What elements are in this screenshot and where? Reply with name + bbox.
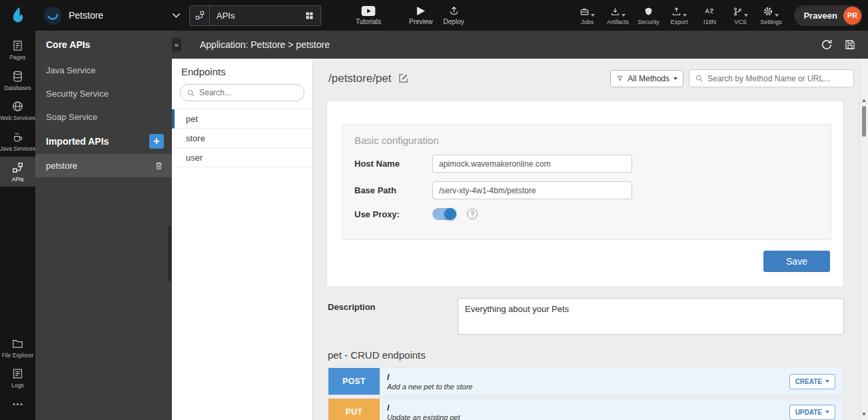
workspace-selector-label: APIs: [217, 11, 234, 21]
vcs-button[interactable]: VCS: [725, 6, 755, 25]
rail-label: File Explorer: [2, 352, 34, 359]
host-name-input[interactable]: [432, 155, 632, 173]
rail-label: Logs: [11, 382, 23, 389]
upload-tray-icon: [671, 7, 681, 17]
settings-button[interactable]: Settings: [755, 6, 786, 25]
rail-item-pages[interactable]: Pages: [0, 35, 35, 65]
preview-button[interactable]: Preview: [409, 6, 433, 25]
application-bar: Application: Petstore > petstore: [172, 31, 868, 59]
avatar: PR: [843, 7, 861, 25]
security-button[interactable]: Security: [633, 6, 663, 25]
save-button[interactable]: Save: [763, 251, 830, 272]
save-project-button[interactable]: [844, 39, 856, 51]
use-proxy-toggle[interactable]: [432, 208, 456, 220]
jobs-label: Jobs: [581, 19, 594, 25]
flame-icon: [8, 5, 28, 25]
description-row: Description Everything about your Pets: [328, 298, 844, 335]
database-icon: [11, 70, 24, 83]
refresh-button[interactable]: [820, 38, 833, 51]
vcs-label: VCS: [734, 19, 747, 25]
sidebar-item-label: Soap Service: [46, 112, 97, 122]
workspace-apis-selector[interactable]: APIs: [189, 5, 321, 26]
endpoint-item-user[interactable]: user: [172, 148, 312, 167]
deploy-button[interactable]: Deploy: [444, 6, 464, 25]
briefcase-icon: [580, 7, 590, 17]
project-selector[interactable]: Petstore: [44, 7, 181, 25]
endpoint-item-pet[interactable]: pet: [172, 109, 312, 129]
rail-item-apis[interactable]: APIs: [0, 157, 35, 187]
chevron-down-icon: [673, 77, 677, 80]
crud-row-info: / Update an existing pet: [387, 403, 460, 420]
rail-label: APIs: [12, 176, 24, 183]
help-icon[interactable]: ?: [467, 209, 478, 219]
sidebar-item-security-service[interactable]: Security Service: [35, 82, 172, 105]
rail-label: Java Services: [0, 145, 35, 153]
endpoints-search-input[interactable]: [199, 88, 298, 97]
method-search[interactable]: [689, 69, 854, 87]
deploy-icon: [448, 6, 460, 16]
scroll-up-arrow[interactable]: [862, 99, 866, 102]
method-badge: POST: [328, 368, 380, 395]
endpoints-list: pet store user: [172, 109, 312, 167]
endpoint-path-title: /petstore/pet: [328, 72, 392, 85]
chevron-down-icon: [622, 14, 626, 17]
method-filter-dropdown[interactable]: All Methods: [610, 70, 683, 87]
rail-item-java-services[interactable]: Java Services: [0, 126, 35, 157]
crud-path: /: [387, 403, 460, 413]
edit-icon[interactable]: [398, 73, 409, 84]
rail-label: Pages: [9, 54, 25, 61]
gear-icon: [763, 6, 773, 17]
crud-description: Update an existing pet: [387, 413, 460, 420]
endpoints-panel: Endpoints pet store user: [172, 59, 313, 420]
rail-item-web-services[interactable]: Web Services: [0, 95, 35, 126]
chevron-down-icon: [683, 14, 687, 17]
description-textarea[interactable]: Everything about your Pets: [458, 298, 844, 335]
crud-section-title: pet - CRUD endpoints: [328, 349, 859, 361]
tutorials-button[interactable]: Tutorials: [356, 6, 381, 25]
rail-item-databases[interactable]: Databases: [0, 65, 35, 96]
method-search-input[interactable]: [707, 74, 848, 83]
jobs-button[interactable]: Jobs: [572, 6, 602, 25]
grid-icon[interactable]: [304, 11, 314, 21]
api-nodes-icon: [11, 161, 24, 174]
endpoint-item-store[interactable]: store: [172, 129, 312, 148]
wavemaker-logo-icon[interactable]: [0, 0, 35, 31]
chevron-down-icon: [825, 411, 829, 413]
more-icon: [11, 398, 24, 411]
endpoint-label: user: [186, 153, 203, 163]
rail-spacer: [0, 187, 35, 333]
rail-item-file-explorer[interactable]: File Explorer: [0, 333, 35, 363]
base-path-input[interactable]: [432, 181, 632, 199]
sidebar-scrollbar-thumb[interactable]: [168, 225, 171, 281]
pages-icon: [11, 39, 24, 52]
crud-row-put[interactable]: PUT / Update an existing pet UPDATE: [328, 398, 844, 420]
endpoints-search[interactable]: [180, 84, 304, 101]
core-apis-title: Core APIs: [46, 39, 90, 50]
add-api-button[interactable]: +: [149, 134, 164, 149]
sidebar-item-java-service[interactable]: Java Service: [35, 59, 172, 82]
main-scrollbar[interactable]: [859, 59, 868, 420]
sidebar-item-soap-service[interactable]: Soap Service: [35, 105, 172, 129]
chevron-down-icon: [825, 380, 829, 383]
artifacts-label: Artifacts: [607, 19, 629, 25]
endpoints-title: Endpoints: [172, 59, 312, 84]
scrollbar-thumb[interactable]: [862, 106, 866, 137]
export-button[interactable]: Export: [663, 6, 694, 25]
rail-item-logs[interactable]: Logs: [0, 363, 35, 393]
endpoint-label: store: [186, 133, 205, 143]
create-action-button[interactable]: CREATE: [789, 374, 835, 389]
rail-item-more[interactable]: [0, 393, 35, 420]
artifacts-button[interactable]: Artifacts: [602, 6, 633, 25]
main-header: /petstore/pet All Methods: [313, 59, 859, 87]
sidebar-item-petstore[interactable]: petstore: [35, 154, 172, 177]
update-action-button[interactable]: UPDATE: [789, 405, 835, 420]
scroll-down-arrow[interactable]: [862, 413, 866, 416]
crud-row-info: / Add a new pet to the store: [387, 372, 472, 391]
sidebar-collapse-button[interactable]: «: [172, 38, 181, 51]
delete-icon[interactable]: [154, 161, 164, 171]
crud-row-post[interactable]: POST / Add a new pet to the store CREATE: [328, 367, 844, 395]
apis-sidebar: Core APIs Java Service Security Service …: [35, 31, 172, 420]
sidebar-item-label: Security Service: [46, 89, 109, 99]
user-menu[interactable]: Praveen PR: [794, 5, 863, 26]
i18n-button[interactable]: I18N: [694, 6, 725, 25]
